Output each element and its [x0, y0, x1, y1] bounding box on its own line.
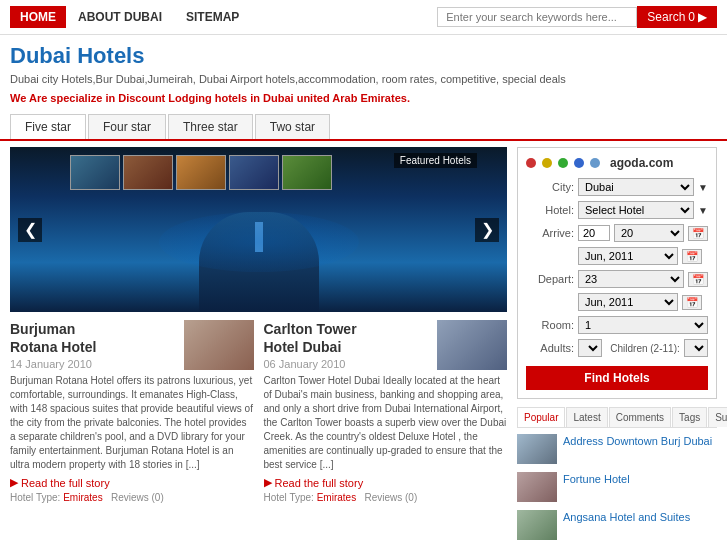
widget-tab-bar: Popular Latest Comments Tags Subscribe: [517, 407, 717, 428]
widget-tab-tags[interactable]: Tags: [672, 407, 707, 427]
widget-tab-subscribe[interactable]: Subscribe: [708, 407, 727, 427]
article-2-footer: Hotel Type: Emirates Reviews (0): [264, 492, 508, 503]
agoda-depart-month-row: Jun, 2011 📅: [526, 293, 708, 311]
agoda-arrive-month-row: Jun, 2011 📅: [526, 247, 708, 265]
article-2-image: [437, 320, 507, 370]
agoda-hotel-label: Hotel:: [526, 204, 574, 216]
left-column: Featured Hotels ❮ ❯ BurjumanRotana Hotel…: [10, 147, 507, 545]
thumbnail-4[interactable]: [229, 155, 279, 190]
widget-tab-popular[interactable]: Popular: [517, 407, 565, 427]
agoda-city-select[interactable]: Dubai: [578, 178, 694, 196]
widget-item-1: Address Downtown Burj Dubai: [517, 434, 717, 464]
tab-two-star[interactable]: Two star: [255, 114, 330, 139]
agoda-depart-month-select[interactable]: Jun, 2011: [578, 293, 678, 311]
read-more-icon-1: ▶: [10, 476, 18, 489]
agoda-dot-green: [558, 158, 568, 168]
article-2-type: Emirates: [317, 492, 356, 503]
nav-sitemap-link[interactable]: SITEMAP: [174, 6, 251, 28]
site-header: Dubai Hotels Dubai city Hotels,Bur Dubai…: [0, 35, 727, 110]
search-input[interactable]: [437, 7, 637, 27]
agoda-room-select[interactable]: 1: [578, 316, 708, 334]
agoda-dot-blue: [574, 158, 584, 168]
read-more-label-1: Read the full story: [21, 477, 110, 489]
article-2-read-more[interactable]: ▶ Read the full story: [264, 476, 508, 489]
agoda-arrive-month-cal-icon[interactable]: 📅: [682, 249, 702, 264]
slider-thumbnails: [70, 155, 332, 190]
agoda-hotel-arrow: ▼: [698, 205, 708, 216]
agoda-adults-select[interactable]: 2: [578, 339, 602, 357]
search-button[interactable]: Search 0 ▶: [637, 6, 717, 28]
widget-item-2-title[interactable]: Fortune Hotel: [563, 472, 630, 486]
thumbnail-2[interactable]: [123, 155, 173, 190]
widget-item-2-image: [517, 472, 557, 502]
thumbnail-1[interactable]: [70, 155, 120, 190]
agoda-depart-label: Depart:: [526, 273, 574, 285]
agoda-children-label: Children (2-11):: [610, 343, 679, 354]
widget-item-1-title[interactable]: Address Downtown Burj Dubai: [563, 434, 712, 448]
thumbnail-3[interactable]: [176, 155, 226, 190]
slider-label: Featured Hotels: [394, 153, 477, 168]
article-1-read-more[interactable]: ▶ Read the full story: [10, 476, 254, 489]
agoda-arrive-day-input[interactable]: [578, 225, 610, 241]
agoda-hotel-row: Hotel: Select Hotel ▼: [526, 201, 708, 219]
article-2: Carlton TowerHotel Dubai 06 January 2010…: [264, 320, 508, 503]
nav-search-area: Search 0 ▶: [437, 6, 717, 28]
agoda-room-adults-row: Room: 1: [526, 316, 708, 334]
site-desc2-suffix: in Dubai united Arab Emirates.: [247, 92, 410, 104]
agoda-city-label: City:: [526, 181, 574, 193]
nav-about-link[interactable]: ABOUT DUBAI: [66, 6, 174, 28]
main-content: Featured Hotels ❮ ❯ BurjumanRotana Hotel…: [0, 147, 727, 545]
agoda-city-arrow: ▼: [698, 182, 708, 193]
widget-item-3-image: [517, 510, 557, 540]
agoda-dot-red: [526, 158, 536, 168]
article-1-text: Burjuman Rotana Hotel offers its patrons…: [10, 374, 254, 472]
tabs-bar: Five star Four star Three star Two star: [0, 114, 727, 141]
agoda-adults-label: Adults:: [526, 342, 574, 354]
widget-item-2: Fortune Hotel: [517, 472, 717, 502]
search-count: 0: [688, 10, 695, 24]
nav-home-button[interactable]: HOME: [10, 6, 66, 28]
agoda-depart-month-cal-icon[interactable]: 📅: [682, 295, 702, 310]
widget-list: Address Downtown Burj Dubai Fortune Hote…: [517, 434, 717, 545]
site-desc2-highlight: Discount Lodging hotels: [118, 92, 247, 104]
featured-slider: Featured Hotels ❮ ❯: [10, 147, 507, 312]
widget-tabs: Popular Latest Comments Tags Subscribe A…: [517, 407, 717, 545]
agoda-arrive-month-select[interactable]: Jun, 2011: [578, 247, 678, 265]
agoda-room-label: Room:: [526, 319, 574, 331]
agoda-hotel-select[interactable]: Select Hotel: [578, 201, 694, 219]
agoda-titlebar: agoda.com: [526, 156, 708, 170]
article-1-image: [184, 320, 254, 370]
agoda-children-select[interactable]: 0: [684, 339, 708, 357]
site-title: Dubai Hotels: [10, 43, 717, 69]
agoda-arrive-row: Arrive: 20 📅: [526, 224, 708, 242]
agoda-arrive-day-select[interactable]: 20: [614, 224, 684, 242]
article-1-footer: Hotel Type: Emirates Reviews (0): [10, 492, 254, 503]
tab-three-star[interactable]: Three star: [168, 114, 253, 139]
agoda-depart-cal-icon[interactable]: 📅: [688, 272, 708, 287]
widget-tab-comments[interactable]: Comments: [609, 407, 671, 427]
article-2-text: Carlton Tower Hotel Dubai Ideally locate…: [264, 374, 508, 472]
widget-item-3-title[interactable]: Angsana Hotel and Suites: [563, 510, 690, 524]
thumbnail-5[interactable]: [282, 155, 332, 190]
tab-four-star[interactable]: Four star: [88, 114, 166, 139]
agoda-arrive-label: Arrive:: [526, 227, 574, 239]
tab-five-star[interactable]: Five star: [10, 114, 86, 139]
article-1-type: Emirates: [63, 492, 102, 503]
site-desc2: We Are specialize in Discount Lodging ho…: [10, 90, 717, 107]
search-label: Search: [647, 10, 685, 24]
read-more-icon-2: ▶: [264, 476, 272, 489]
agoda-arrive-cal-icon[interactable]: 📅: [688, 226, 708, 241]
site-desc2-prefix: We Are specialize in: [10, 92, 118, 104]
agoda-find-hotels-button[interactable]: Find Hotels: [526, 366, 708, 390]
widget-item-1-image: [517, 434, 557, 464]
agoda-depart-day-select[interactable]: 23: [578, 270, 684, 288]
right-column: agoda.com City: Dubai ▼ Hotel: Select Ho…: [517, 147, 717, 545]
widget-tab-latest[interactable]: Latest: [566, 407, 607, 427]
agoda-name: agoda.com: [610, 156, 673, 170]
slider-next-button[interactable]: ❯: [475, 218, 499, 242]
agoda-dot-yellow: [542, 158, 552, 168]
search-icon: ▶: [698, 10, 707, 24]
site-desc1: Dubai city Hotels,Bur Dubai,Jumeirah, Du…: [10, 71, 717, 88]
slider-prev-button[interactable]: ❮: [18, 218, 42, 242]
slider-glow: [159, 212, 359, 272]
